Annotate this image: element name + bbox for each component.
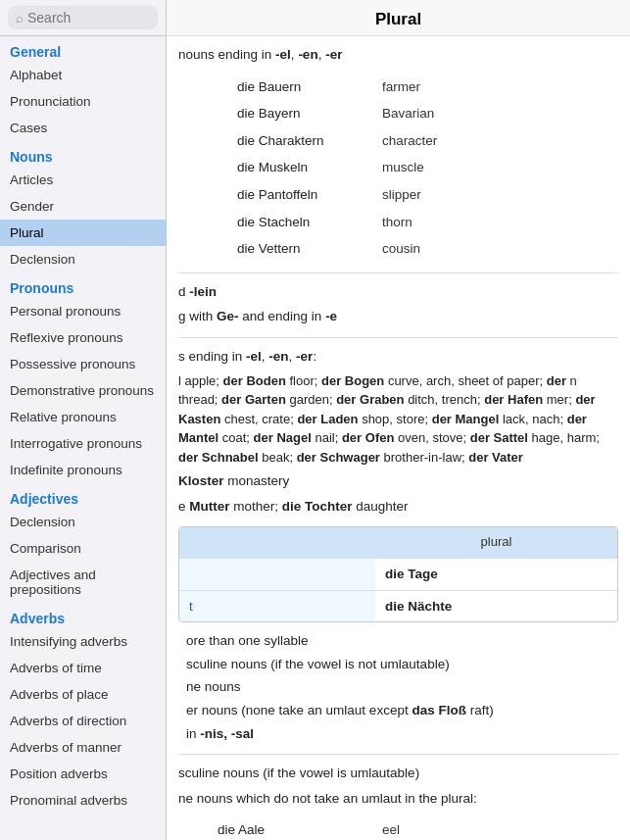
de-word: die Bauern	[178, 74, 374, 101]
de-word: die Stacheln	[178, 209, 374, 236]
en-word: eel	[374, 816, 618, 840]
umlaut-section-text: sculine nouns (if the vowel is umlautabl…	[178, 763, 618, 784]
search-icon: ⌕	[16, 11, 24, 25]
de-word: die Bayern	[178, 100, 374, 127]
sidebar-scroll: GeneralAlphabetPronunciationCasesNounsAr…	[0, 36, 166, 840]
lein-block: d -lein g with Ge- and ending in -e	[178, 281, 618, 327]
sidebar-item[interactable]: Possessive pronouns	[0, 351, 166, 377]
en-word: character	[374, 127, 618, 155]
table-row: die Vetterncousin	[178, 235, 618, 263]
table-row: die Pantoffelnslipper	[178, 181, 618, 209]
list-item: er nouns (none take an umlaut except das…	[186, 700, 618, 721]
table-row: die Charakterncharacter	[178, 127, 618, 155]
en-word: cousin	[374, 235, 618, 263]
en-word: farmer	[374, 74, 618, 101]
rules-block: ore than one syllablesculine nouns (if t…	[178, 630, 618, 744]
sidebar-section-header: General	[0, 36, 166, 62]
nouns-table-1: die Bauernfarmerdie BayernBavariandie Ch…	[178, 74, 618, 263]
de-word: die Vettern	[178, 235, 374, 263]
search-input[interactable]	[27, 10, 150, 25]
main-title: Plural	[167, 0, 630, 36]
en-word: muscle	[374, 154, 618, 181]
sidebar-item[interactable]: Adjectives and prepositions	[0, 562, 166, 603]
ge-text: g with Ge- and ending in -e	[178, 306, 618, 327]
list-item: ore than one syllable	[186, 630, 618, 652]
sidebar-item[interactable]: Intensifying adverbs	[0, 628, 166, 655]
sidebar-item[interactable]: Relative pronouns	[0, 404, 166, 430]
en-word: Bavarian	[374, 100, 618, 127]
table-row: die Muskelnmuscle	[178, 154, 618, 181]
sidebar-item[interactable]: Gender	[0, 193, 166, 220]
sidebar: ⌕ GeneralAlphabetPronunciationCasesNouns…	[0, 0, 167, 840]
table-header-left	[179, 527, 375, 558]
sidebar-item[interactable]: Cases	[0, 115, 166, 141]
de-word: die Aale	[178, 816, 374, 840]
main-panel: Plural nouns ending in -el, -en, -er die…	[167, 0, 630, 840]
sidebar-item[interactable]: Articles	[0, 167, 166, 193]
umlaut-note-text: ne nouns which do not take an umlaut in …	[178, 788, 618, 810]
umlaut-block: sculine nouns (if the vowel is umlautabl…	[178, 763, 618, 840]
main-content: nouns ending in -el, -en, -er die Bauern…	[167, 36, 630, 840]
divider-3	[178, 754, 618, 755]
de-word: die Charaktern	[178, 127, 374, 155]
sidebar-item[interactable]: Pronunciation	[0, 88, 166, 115]
intro-block: nouns ending in -el, -en, -er die Bauern…	[178, 44, 618, 263]
sidebar-item[interactable]: Comparison	[0, 535, 166, 562]
sidebar-item[interactable]: Declension	[0, 246, 166, 272]
list-item: in -nis, -sal	[186, 723, 618, 745]
en-word: slipper	[374, 181, 618, 209]
sidebar-item[interactable]: Plural	[0, 220, 166, 246]
search-bar: ⌕	[0, 0, 166, 36]
section2-para: l apple; der Boden floor; der Bogen curv…	[178, 371, 618, 468]
sidebar-item[interactable]: Position adverbs	[0, 761, 166, 787]
sidebar-section-header: Adverbs	[0, 603, 166, 628]
list-item: ne nouns	[186, 676, 618, 698]
section2-block: s ending in -el, -en, -er: l apple; der …	[178, 346, 618, 517]
sidebar-section-header: Adjectives	[0, 483, 166, 509]
sidebar-section-header: Nouns	[0, 141, 166, 167]
mutter-text: e Mutter mother; die Tochter daughter	[178, 496, 618, 518]
sidebar-item[interactable]: Adverbs of direction	[0, 708, 166, 734]
sidebar-item[interactable]: Pronominal adverbs	[0, 787, 166, 814]
divider-2	[178, 337, 618, 338]
search-input-wrap[interactable]: ⌕	[8, 6, 158, 29]
table-row: die BayernBavarian	[178, 100, 618, 127]
table-cell-left	[179, 559, 375, 591]
table-cell-left: t	[179, 590, 375, 621]
plural-inline-table: plural die Tagetdie Nächte	[179, 527, 617, 621]
sidebar-item[interactable]: Declension	[0, 509, 166, 535]
sidebar-item[interactable]: Interrogative pronouns	[0, 430, 166, 457]
sidebar-item[interactable]: Personal pronouns	[0, 298, 166, 324]
table-row: die Stachelnthorn	[178, 209, 618, 236]
table-row: die Bauernfarmer	[178, 74, 618, 101]
de-word: die Pantoffeln	[178, 181, 374, 209]
sidebar-item[interactable]: Indefinite pronouns	[0, 457, 166, 483]
table-row: tdie Nächte	[179, 590, 617, 621]
table-row: die Aaleeel	[178, 816, 618, 840]
sidebar-item[interactable]: Adverbs of manner	[0, 734, 166, 761]
rules-list: ore than one syllablesculine nouns (if t…	[186, 630, 618, 744]
table-cell-right: die Tage	[375, 559, 617, 591]
sidebar-item[interactable]: Adverbs of place	[0, 681, 166, 708]
nouns-table-2: die Aaleeeldie Armearmdie Dolchedaggerdi…	[178, 816, 618, 840]
divider-1	[178, 272, 618, 273]
table-header-plural: plural	[375, 527, 617, 558]
intro-text: nouns ending in -el, -en, -er	[178, 44, 618, 66]
sidebar-section-header: Pronouns	[0, 272, 166, 298]
table-row: die Tage	[179, 559, 617, 591]
table-cell-right: die Nächte	[375, 590, 617, 621]
list-item: sculine nouns (if the vowel is not umlau…	[186, 654, 618, 675]
sidebar-item[interactable]: Adverbs of time	[0, 655, 166, 681]
lein-text: d -lein	[178, 281, 618, 303]
section2-label: s ending in -el, -en, -er:	[178, 346, 618, 368]
kloster-text: Kloster monastery	[178, 470, 618, 492]
sidebar-item[interactable]: Reflexive pronouns	[0, 324, 166, 351]
sidebar-item[interactable]: Alphabet	[0, 62, 166, 88]
sidebar-item[interactable]: Demonstrative pronouns	[0, 377, 166, 404]
plural-table-wrap: plural die Tagetdie Nächte	[178, 526, 618, 622]
en-word: thorn	[374, 209, 618, 236]
de-word: die Muskeln	[178, 154, 374, 181]
